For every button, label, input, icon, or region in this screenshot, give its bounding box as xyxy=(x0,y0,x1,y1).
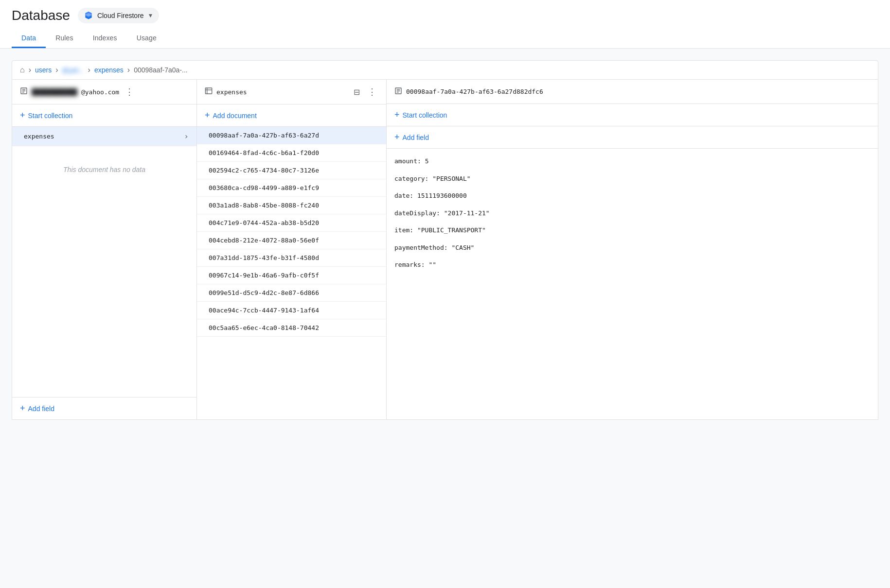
add-collection-label-3: Start collection xyxy=(403,111,447,119)
column-expenses-header: expenses ⊟ ⋮ xyxy=(197,80,386,104)
breadcrumb-user-email[interactable]: @yah... xyxy=(62,67,84,74)
field-remarks: remarks: "" xyxy=(394,256,870,274)
field-value-category: "PERSONAL" xyxy=(432,175,470,182)
column-expenses: expenses ⊟ ⋮ + Add document 00098aaf-7a0… xyxy=(197,80,387,419)
column-user-header: ████████████ @yahoo.com ⋮ xyxy=(12,80,196,104)
field-key-item: item: xyxy=(394,226,417,234)
breadcrumb-users[interactable]: users xyxy=(35,66,52,74)
doc-item-1[interactable]: 00169464-8fad-4c6c-b6a1-f20d0 xyxy=(197,144,386,162)
breadcrumb-sep-0: › xyxy=(29,66,31,74)
field-value-paymentMethod: "CASH" xyxy=(451,244,474,251)
doc-id-0: 00098aaf-7a0a-427b-af63-6a27d xyxy=(209,132,319,139)
field-key-dateDisplay: dateDisplay: xyxy=(394,209,444,217)
doc-item-2[interactable]: 002594c2-c765-4734-80c7-3126e xyxy=(197,162,386,179)
doc-id-3: 003680ca-cd98-4499-a889-e1fc9 xyxy=(209,184,319,191)
doc-icon-1 xyxy=(20,87,28,97)
plus-icon-2: + xyxy=(205,110,210,121)
field-value-dateDisplay: "2017-11-21" xyxy=(444,209,490,217)
plus-icon-3: + xyxy=(394,110,400,120)
app-title: Database xyxy=(12,8,70,23)
nav-tabs: Data Rules Indexes Usage xyxy=(12,29,878,48)
column2-scroll: 00098aaf-7a0a-427b-af63-6a27d 00169464-8… xyxy=(197,127,386,419)
list-item-expenses[interactable]: expenses › xyxy=(12,127,196,146)
add-field-btn-3[interactable]: + Add field xyxy=(387,126,878,149)
doc-item-3[interactable]: 003680ca-cd98-4499-a889-e1fc9 xyxy=(197,179,386,197)
column-user: ████████████ @yahoo.com ⋮ + Start collec… xyxy=(12,80,197,419)
breadcrumb-sep-2: › xyxy=(88,66,90,74)
home-icon[interactable]: ⌂ xyxy=(20,66,25,74)
service-selector[interactable]: Cloud Firestore ▼ xyxy=(78,8,160,23)
fields-container: amount: 5 category: "PERSONAL" date: 151… xyxy=(387,149,878,277)
doc-item-11[interactable]: 00c5aa65-e6ec-4ca0-8148-70442 xyxy=(197,319,386,337)
field-paymentMethod: paymentMethod: "CASH" xyxy=(394,239,870,257)
field-value-date: 1511193600000 xyxy=(417,192,467,199)
doc-item-4[interactable]: 003a1ad8-8ab8-45be-8088-fc240 xyxy=(197,197,386,214)
no-data-text: This document has no data xyxy=(12,146,196,203)
svg-rect-4 xyxy=(205,88,212,94)
column1-scroll: expenses › This document has no data xyxy=(12,127,196,397)
doc-id-10: 00ace94c-7ccb-4447-9143-1af64 xyxy=(209,307,319,314)
user-email-suffix: @yahoo.com xyxy=(81,88,119,96)
document-id-title: 00098aaf-7a0a-427b-af63-6a27d882dfc6 xyxy=(406,88,870,95)
firestore-icon xyxy=(84,11,93,20)
field-date: date: 1511193600000 xyxy=(394,187,870,205)
field-key-amount: amount: xyxy=(394,157,425,165)
plus-icon-field-1: + xyxy=(20,403,25,414)
doc-item-10[interactable]: 00ace94c-7ccb-4447-9143-1af64 xyxy=(197,302,386,319)
doc-id-4: 003a1ad8-8ab8-45be-8088-fc240 xyxy=(209,202,319,209)
add-field-btn-1[interactable]: + Add field xyxy=(12,397,196,419)
plus-icon-1: + xyxy=(20,110,25,121)
expenses-collection-title: expenses xyxy=(216,88,348,96)
breadcrumb-sep-1: › xyxy=(55,66,58,74)
field-key-date: date: xyxy=(394,192,417,199)
doc-id-9: 0099e51d-d5c9-4d2c-8e87-6d866 xyxy=(209,289,319,296)
column-document: 00098aaf-7a0a-427b-af63-6a27d882dfc6 + S… xyxy=(387,80,878,419)
doc-item-0[interactable]: 00098aaf-7a0a-427b-af63-6a27d xyxy=(197,127,386,144)
tab-usage[interactable]: Usage xyxy=(127,29,166,48)
field-value-amount: 5 xyxy=(425,157,429,165)
tab-indexes[interactable]: Indexes xyxy=(83,29,127,48)
breadcrumb-expenses[interactable]: expenses xyxy=(94,66,124,74)
breadcrumb: ⌂ › users › @yah... › expenses › 00098aa… xyxy=(12,60,878,80)
columns-container: ████████████ @yahoo.com ⋮ + Start collec… xyxy=(12,80,878,420)
add-collection-btn-1[interactable]: + Start collection xyxy=(12,104,196,127)
doc-item-9[interactable]: 0099e51d-d5c9-4d2c-8e87-6d866 xyxy=(197,284,386,302)
field-key-category: category: xyxy=(394,175,432,182)
doc-id-6: 004cebd8-212e-4072-88a0-56e0f xyxy=(209,237,319,244)
column-document-header: 00098aaf-7a0a-427b-af63-6a27d882dfc6 xyxy=(387,80,878,104)
column2-menu-btn[interactable]: ⋮ xyxy=(366,86,378,98)
service-name: Cloud Firestore xyxy=(97,12,144,19)
expenses-label: expenses xyxy=(24,133,54,140)
doc-item-5[interactable]: 004c71e9-0744-452a-ab38-b5d20 xyxy=(197,214,386,232)
user-email-blurred: ████████████ xyxy=(32,88,77,96)
field-item: item: "PUBLIC_TRANSPORT" xyxy=(394,222,870,239)
doc-id-11: 00c5aa65-e6ec-4ca0-8148-70442 xyxy=(209,324,319,331)
add-document-label: Add document xyxy=(213,112,257,120)
column2-actions: ⊟ ⋮ xyxy=(352,86,378,98)
filter-btn[interactable]: ⊟ xyxy=(352,86,362,98)
header: Database Cloud Firestore ▼ Data Rules In… xyxy=(0,0,890,49)
add-field-label-1: Add field xyxy=(28,405,54,413)
tab-data[interactable]: Data xyxy=(12,29,46,48)
add-collection-btn-3[interactable]: + Start collection xyxy=(387,104,878,126)
column1-menu-btn[interactable]: ⋮ xyxy=(123,86,136,98)
doc-id-2: 002594c2-c765-4734-80c7-3126e xyxy=(209,167,319,174)
main-content: ⌂ › users › @yah... › expenses › 00098aa… xyxy=(0,49,890,432)
doc-id-7: 007a31dd-1875-43fe-b31f-4580d xyxy=(209,254,319,261)
tab-rules[interactable]: Rules xyxy=(46,29,83,48)
add-field-label-3: Add field xyxy=(403,134,429,141)
doc-item-8[interactable]: 00967c14-9e1b-46a6-9afb-c0f5f xyxy=(197,267,386,284)
chevron-right-icon: › xyxy=(184,132,189,141)
field-key-paymentMethod: paymentMethod: xyxy=(394,244,451,251)
doc-id-1: 00169464-8fad-4c6c-b6a1-f20d0 xyxy=(209,149,319,156)
doc-item-6[interactable]: 004cebd8-212e-4072-88a0-56e0f xyxy=(197,232,386,249)
field-key-remarks: remarks: xyxy=(394,261,428,268)
doc-id-8: 00967c14-9e1b-46a6-9afb-c0f5f xyxy=(209,272,319,279)
field-value-item: "PUBLIC_TRANSPORT" xyxy=(417,226,486,234)
breadcrumb-sep-3: › xyxy=(127,66,130,74)
doc-item-7[interactable]: 007a31dd-1875-43fe-b31f-4580d xyxy=(197,249,386,267)
plus-icon-field-3: + xyxy=(394,132,400,142)
field-amount: amount: 5 xyxy=(394,153,870,170)
dropdown-arrow-icon: ▼ xyxy=(148,12,154,19)
add-document-btn[interactable]: + Add document xyxy=(197,104,386,127)
